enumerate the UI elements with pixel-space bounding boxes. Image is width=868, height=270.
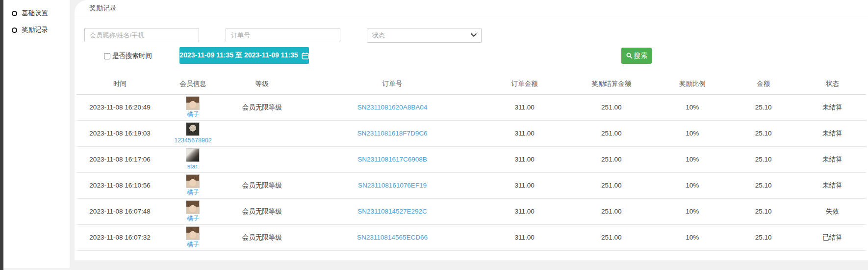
column-header: 奖励比例 [657,74,728,94]
member-name-link[interactable]: 橘子 [187,189,199,196]
cell-status: 未结算 [799,172,866,198]
title-bar: 奖励记录 [75,0,868,17]
member-search-input[interactable] [84,28,199,42]
cell-time: 2023-11-08 16:17:06 [77,146,163,172]
cell-order-amount: 311.00 [483,146,566,172]
cell-status: 已结算 [799,224,866,250]
order-number-link[interactable]: SN2311081620A8BA04 [357,104,427,111]
member-avatar [186,148,200,162]
cell-order-amount: 311.00 [483,224,566,250]
cell-reward-ratio: 10% [657,198,728,224]
cell-reward-settle-amount: 251.00 [566,146,657,172]
search-time-checkbox[interactable] [104,53,110,59]
cell-member: 橘子 [163,172,223,198]
cell-time: 2023-11-08 16:10:56 [77,172,163,198]
search-time-toggle[interactable]: 是否搜索时间 [104,52,152,60]
cell-member: 12345678902 [163,120,223,146]
table-row: 2023-11-08 16:20:49橘子会员无限等级SN2311081620A… [77,94,866,120]
order-number-link[interactable]: SN2311081618F7D9C6 [357,130,427,137]
left-dark-strip [0,0,3,270]
order-number-link[interactable]: SN23110814565ECD66 [357,234,428,241]
cell-status: 失效 [799,198,866,224]
member-avatar [186,96,200,110]
member-name-link[interactable]: 橘子 [187,216,199,222]
cell-amount: 25.10 [728,94,799,120]
sidebar-item-label: 基础设置 [22,9,48,18]
sidebar-item-basic-settings[interactable]: 基础设置 [3,5,70,22]
search-button[interactable]: 搜索 [621,48,652,64]
table-row: 2023-11-08 16:19:0312345678902SN23110816… [77,120,866,146]
cell-reward-ratio: 10% [657,146,728,172]
status-select-value: 状态 [372,31,385,40]
cell-reward-ratio: 10% [657,172,728,198]
cell-member: 橘子 [163,198,223,224]
column-header: 订单金额 [483,74,566,94]
cell-level: 会员无限等级 [223,198,302,224]
chevron-down-icon [471,33,477,37]
sidebar: 基础设置 奖励记录 [3,0,70,268]
column-header: 状态 [799,74,866,94]
cell-reward-settle-amount: 251.00 [566,94,657,120]
member-name-link[interactable]: star. [187,163,199,170]
order-number-link[interactable]: SN231108161076EF19 [358,182,427,189]
member-avatar [186,200,200,214]
cell-amount: 25.10 [728,198,799,224]
cell-order-no: SN2311081620A8BA04 [302,94,483,120]
cell-reward-ratio: 10% [657,120,728,146]
order-no-input[interactable] [226,28,340,42]
page-title: 奖励记录 [89,4,117,13]
cell-reward-settle-amount: 251.00 [566,224,657,250]
cell-member: 橘子 [163,94,223,120]
member-info: star. [163,148,223,170]
cell-status: 未结算 [799,120,866,146]
member-name-link[interactable]: 橘子 [187,242,199,248]
sidebar-item-label: 奖励记录 [22,26,48,34]
cell-level [223,146,302,172]
search-time-label: 是否搜索时间 [112,52,152,60]
cell-level: 会员无限等级 [223,224,302,250]
cell-order-no: SN23110814565ECD66 [302,224,483,250]
cell-time: 2023-11-08 16:19:03 [77,120,163,146]
cell-order-amount: 311.00 [483,172,566,198]
cell-amount: 25.10 [728,172,799,198]
magnifier-icon [626,52,633,59]
date-range-button[interactable]: 2023-11-09 11:35 至 2023-11-09 11:35 [179,47,309,64]
column-header: 时间 [77,74,163,94]
member-name-link[interactable]: 橘子 [187,111,199,118]
page: 基础设置 奖励记录 奖励记录 状态 是否搜索时间 2023-11-09 11:3… [0,0,868,270]
status-select[interactable]: 状态 [367,28,482,43]
cell-level [223,120,302,146]
cell-order-amount: 311.00 [483,94,566,120]
cell-amount: 25.10 [728,224,799,250]
search-button-label: 搜索 [634,52,648,60]
circle-icon [12,27,17,33]
order-number-link[interactable]: SN23110814527E292C [357,208,427,215]
sidebar-item-reward-records[interactable]: 奖励记录 [3,22,70,38]
cell-amount: 25.10 [728,146,799,172]
column-header: 金额 [728,74,799,94]
cell-order-no: SN2311081618F7D9C6 [302,120,483,146]
cell-order-amount: 311.00 [483,198,566,224]
cell-order-no: SN2311081617C6908B [302,146,483,172]
cell-level: 会员无限等级 [223,94,302,120]
cell-order-no: SN231108161076EF19 [302,172,483,198]
column-header: 订单号 [302,74,483,94]
cell-time: 2023-11-08 16:07:32 [77,224,163,250]
member-info: 12345678902 [163,122,223,144]
column-header: 等级 [223,74,302,94]
date-range-text: 2023-11-09 11:35 至 2023-11-09 11:35 [179,51,298,60]
circle-icon [12,11,17,16]
cell-reward-ratio: 10% [657,224,728,250]
cell-member: star. [163,146,223,172]
member-avatar [186,122,200,136]
member-info: 橘子 [163,174,223,196]
cell-status: 未结算 [799,146,866,172]
cell-reward-settle-amount: 251.00 [566,120,657,146]
member-avatar [186,174,200,188]
cell-order-no: SN23110814527E292C [302,198,483,224]
order-number-link[interactable]: SN2311081617C6908B [357,156,427,163]
cell-status: 未结算 [799,94,866,120]
member-name-link[interactable]: 12345678902 [174,137,211,144]
table-header-row: 时间会员信息等级订单号订单金额奖励结算金额奖励比例金额状态 [77,74,866,94]
member-avatar [186,226,200,240]
